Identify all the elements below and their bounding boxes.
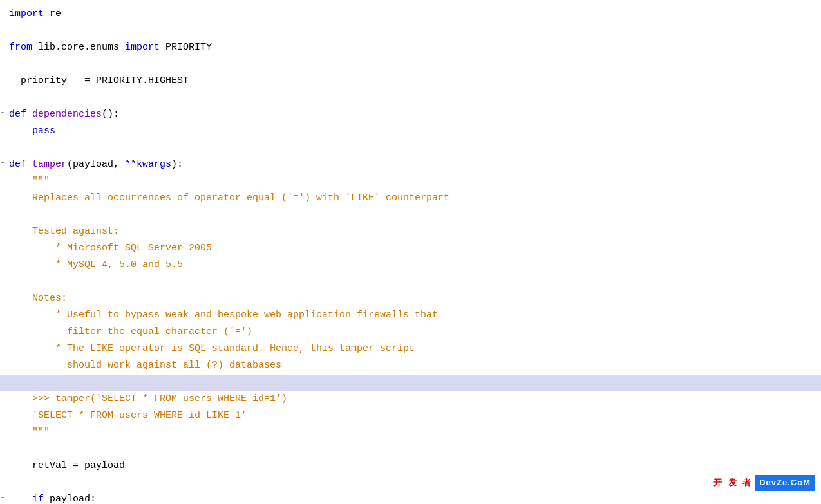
code-segment [9,126,32,136]
code-text [5,57,821,72]
code-segment: Replaces all occurrences of operator equ… [9,192,449,203]
code-segment: re [44,8,61,19]
code-segment: """ [9,176,50,187]
code-segment: (): [102,109,119,120]
fold-marker[interactable]: - [0,492,5,503]
code-line [0,140,821,157]
code-text: Replaces all occurrences of operator equ… [5,191,821,206]
code-text: pass [5,124,821,139]
devze-label: DevZe.CoM [755,475,815,491]
code-segment: ): [171,159,183,170]
code-segment: * Useful to bypass weak and bespoke web … [9,310,438,321]
code-line: Tested against: [0,224,821,241]
code-line [0,274,821,291]
code-text: import re [5,6,821,22]
code-text: from lib.core.enums import PRIORITY [5,40,821,55]
code-text [5,475,821,490]
code-text: __priority__ = PRIORITY.HIGHEST [5,73,821,89]
code-text [5,375,821,390]
code-line [0,57,821,73]
code-line: pass [0,124,821,140]
fold-marker[interactable]: - [0,157,5,169]
code-text: * Useful to bypass weak and bespoke web … [5,308,821,323]
code-segment: PRIORITY [160,42,212,53]
code-line: * Microsoft SQL Server 2005 [0,241,821,257]
code-segment: = PRIORITY.HIGHEST [79,75,189,86]
code-line: * Useful to bypass weak and bespoke web … [0,308,821,324]
code-segment: def [9,159,26,170]
code-line: -def dependencies(): [0,107,821,124]
code-line: should work against all (?) databases [0,358,821,375]
code-segment: if [32,494,44,504]
code-segment: **kwargs [125,159,171,170]
code-text: def dependencies(): [5,107,821,122]
code-segment: >>> tamper('SELECT * FROM users WHERE id… [9,393,287,404]
code-line: Notes: [0,291,821,308]
code-text: Tested against: [5,224,821,239]
code-segment [26,109,32,120]
code-line [0,442,821,458]
code-segment: payload: [44,494,96,504]
code-text: * Microsoft SQL Server 2005 [5,241,821,256]
code-segment: * The LIKE operator is SQL standard. Hen… [9,343,415,354]
fold-marker[interactable]: - [0,107,5,118]
code-segment: Tested against: [9,226,119,237]
code-segment: * Microsoft SQL Server 2005 [9,243,212,254]
code-line: from lib.core.enums import PRIORITY [0,40,821,57]
code-line: Replaces all occurrences of operator equ… [0,191,821,207]
code-line [0,375,821,391]
code-segment: dependencies [32,109,102,120]
code-line: - if payload: [0,492,821,504]
watermark: 开 发 者 DevZe.CoM [713,475,815,491]
code-text [5,274,821,290]
code-text [5,207,821,223]
code-editor: import re from lib.core.enums import PRI… [0,0,821,504]
code-segment [9,494,32,504]
code-text [5,442,821,457]
code-segment [26,159,32,170]
code-text: """ [5,425,821,440]
code-line: import re [0,6,821,23]
code-segment: from [9,42,32,53]
gutter: - [0,492,5,503]
code-text: 'SELECT * FROM users WHERE id LIKE 1' [5,408,821,424]
code-text [5,90,821,106]
code-line [0,475,821,492]
code-line: __priority__ = PRIORITY.HIGHEST [0,73,821,90]
code-line: """ [0,425,821,442]
code-text: def tamper(payload, **kwargs): [5,157,821,173]
code-segment: """ [9,427,50,438]
code-segment: pass [32,126,55,136]
code-line [0,90,821,107]
code-segment: import [9,8,44,19]
code-line: filter the equal character ('=') [0,324,821,341]
code-line: -def tamper(payload, **kwargs): [0,157,821,174]
code-segment: 'SELECT * FROM users WHERE id LIKE 1' [9,410,247,421]
code-line: """ [0,174,821,191]
code-line: retVal = payload [0,458,821,475]
code-text: Notes: [5,291,821,306]
code-text [5,23,821,39]
code-line [0,207,821,224]
code-segment: retVal = payload [9,460,125,471]
code-text: """ [5,174,821,189]
code-segment: lib.core.enums [32,42,125,53]
code-segment: filter the equal character ('=') [9,326,252,337]
code-text: >>> tamper('SELECT * FROM users WHERE id… [5,391,821,407]
code-line: >>> tamper('SELECT * FROM users WHERE id… [0,391,821,408]
code-segment: * MySQL 4, 5.0 and 5.5 [9,259,183,270]
gutter: - [0,107,5,118]
code-line: 'SELECT * FROM users WHERE id LIKE 1' [0,408,821,425]
gutter: - [0,157,5,169]
code-text: if payload: [5,492,821,504]
code-line [0,23,821,40]
code-text: retVal = payload [5,458,821,474]
code-segment: tamper [32,159,67,170]
code-text: should work against all (?) databases [5,358,821,373]
code-segment: import [125,42,160,53]
code-segment: Notes: [9,293,67,304]
code-segment: should work against all (?) databases [9,360,281,371]
code-text: * The LIKE operator is SQL standard. Hen… [5,341,821,357]
code-text [5,140,821,156]
csdn-label: 开 发 者 [713,476,753,490]
